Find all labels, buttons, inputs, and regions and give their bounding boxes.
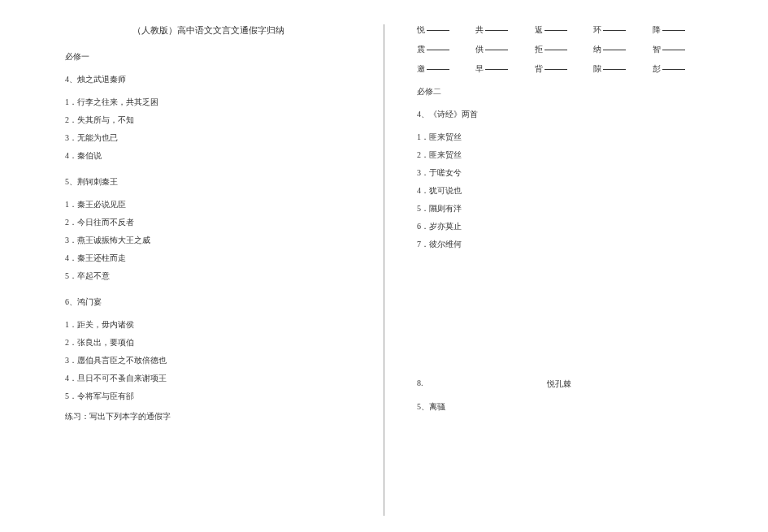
char-cell: 早 (475, 63, 526, 75)
char-cell: 供 (475, 44, 526, 55)
list-item: 4．犹可说也 (417, 185, 703, 196)
lesson-5-title: 5、荆轲刺秦王 (65, 176, 351, 188)
list-item: 3．无能为也已 (65, 132, 351, 143)
section-bixiu2: 必修二 (417, 86, 703, 97)
list-item: 3．愿伯具言臣之不敢倍德也 (65, 355, 351, 365)
lesson-4b-title: 4、《诗经》两首 (417, 109, 703, 120)
list-item: 1．距关，毋内诸侯 (65, 319, 351, 330)
list-item: 3．燕王诚振怖大王之威 (65, 235, 351, 245)
line-8: 8. 悦孔棘 (417, 378, 703, 390)
list-item: 2．失其所与，不知 (65, 115, 351, 125)
list-item: 7．彼尔维何 (417, 239, 703, 249)
list-item: 2．匪来贸丝 (417, 149, 703, 160)
list-item: 2．今日往而不反者 (65, 217, 351, 227)
char-cell: 环 (593, 24, 644, 36)
char-cell: 邀 (417, 63, 467, 75)
char-cell: 悦 (417, 24, 467, 36)
list-item: 4．旦日不可不蚤自来谢项王 (65, 373, 351, 383)
list-item: 5．隰则有泮 (417, 203, 703, 214)
char-cell: 共 (475, 24, 526, 36)
line-8-number: 8. (417, 378, 547, 390)
practice-prompt: 练习：写出下列本字的通假字 (65, 411, 351, 422)
list-item: 4．秦伯说 (65, 150, 351, 161)
list-item: 5．令将军与臣有郤 (65, 391, 351, 401)
list-item: 1．行李之往来，共其乏困 (65, 97, 351, 107)
lesson-5b-title: 5、离骚 (417, 401, 703, 413)
list-item: 1．秦王必说见臣 (65, 199, 351, 210)
list-item: 1．匪来贸丝 (417, 132, 703, 142)
char-cell: 智 (653, 44, 703, 55)
list-item: 3．于嗟女兮 (417, 167, 703, 178)
char-cell: 降 (653, 24, 703, 36)
right-column: 悦 共 返 环 降 震 供 拒 纳 智 邀 早 背 隙 彭 必修二 4、《诗经》… (384, 24, 752, 516)
list-item: 6．岁亦莫止 (417, 221, 703, 231)
char-cell: 彭 (653, 63, 703, 75)
list-item: 4．秦王还柱而走 (65, 253, 351, 263)
section-bixiu1: 必修一 (65, 51, 351, 63)
char-cell: 返 (535, 24, 585, 36)
char-cell: 隙 (593, 63, 644, 75)
line-8-text: 悦孔棘 (547, 378, 571, 390)
document-title: （人教版）高中语文文言文通假字归纳 (65, 24, 351, 37)
lesson-6-title: 6、鸿门宴 (65, 296, 351, 308)
left-column: （人教版）高中语文文言文通假字归纳 必修一 4、烛之武退秦师 1．行李之往来，共… (16, 24, 384, 516)
lesson-4-title: 4、烛之武退秦师 (65, 74, 351, 85)
list-item: 2．张良出，要项伯 (65, 337, 351, 348)
char-cell: 纳 (593, 44, 644, 55)
char-cell: 拒 (535, 44, 585, 55)
char-cell: 背 (535, 63, 585, 75)
list-item: 5．卒起不意 (65, 270, 351, 281)
char-grid: 悦 共 返 环 降 震 供 拒 纳 智 邀 早 背 隙 彭 (417, 24, 703, 75)
page-container: （人教版）高中语文文言文通假字归纳 必修一 4、烛之武退秦师 1．行李之往来，共… (0, 0, 768, 532)
char-cell: 震 (417, 44, 467, 55)
